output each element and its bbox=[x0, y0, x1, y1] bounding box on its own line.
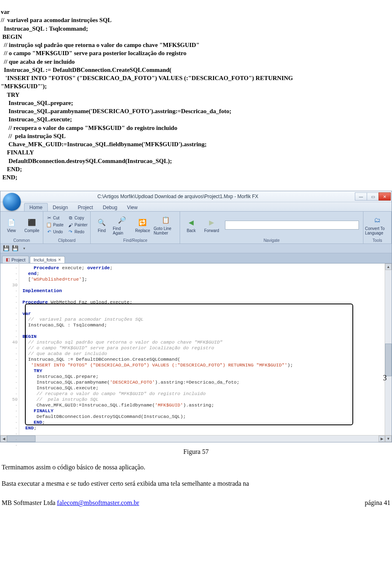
find-again-button[interactable]: 🔎Find Again bbox=[113, 215, 131, 235]
tab-project[interactable]: Project bbox=[73, 203, 98, 211]
goto-line-button[interactable]: 📋Goto Line Number bbox=[154, 215, 178, 235]
app-orb-button[interactable] bbox=[3, 193, 21, 211]
footer-email-link[interactable]: falecom@mbsoftmaster.com.br bbox=[57, 499, 139, 506]
titlebar: C:\Artigos Morfik\Updload Download de ar… bbox=[0, 191, 392, 202]
paste-button[interactable]: 📋Paste bbox=[45, 222, 65, 228]
view-label: View bbox=[7, 228, 16, 233]
close-button[interactable]: ✕ bbox=[379, 192, 391, 201]
tab-design[interactable]: Design bbox=[48, 203, 73, 211]
footer-left: MB Softmaster Ltda falecom@mbsoftmaster.… bbox=[2, 499, 139, 507]
tab-debug[interactable]: Debug bbox=[98, 203, 122, 211]
project-tab-icon: ◧ bbox=[6, 257, 10, 262]
back-icon: ◀ bbox=[186, 217, 196, 228]
doc-tab-inclui-fotos[interactable]: Inclui_fotos ✕ bbox=[30, 256, 65, 263]
find-again-icon: 🔎 bbox=[117, 215, 127, 226]
horizontal-scrollbar[interactable]: ◀ ▶ ▼ bbox=[0, 435, 392, 442]
convert-language-button[interactable]: 🗂Convert To Language bbox=[365, 215, 390, 235]
painter-button[interactable]: 🖌Painter bbox=[67, 222, 89, 228]
quick-access-toolbar: 💾 💾 ▾ bbox=[0, 244, 392, 253]
scroll-left-icon[interactable]: ◀ bbox=[0, 435, 7, 442]
navigate-url-field[interactable] bbox=[225, 221, 359, 230]
save-icon[interactable]: 💾 bbox=[3, 245, 9, 252]
ribbon-group-clipboard: ✂Cut 📋Paste ↶Undo ⧉Copy 🖌Painter ↷Redo C… bbox=[43, 212, 91, 243]
forward-icon: ▶ bbox=[206, 217, 217, 228]
redo-button[interactable]: ↷Redo bbox=[67, 229, 89, 235]
undo-icon: ↶ bbox=[46, 229, 52, 235]
document-tabs: ◧ Project Inclui_fotos ✕ bbox=[0, 253, 392, 263]
group-label-tools: Tools bbox=[365, 237, 390, 243]
compile-label: Compile bbox=[24, 228, 40, 233]
view-button[interactable]: 📄 View bbox=[2, 217, 21, 233]
window-controls: — ▭ ✕ bbox=[355, 192, 391, 201]
goto-icon: 📋 bbox=[160, 215, 171, 226]
maximize-button[interactable]: ▭ bbox=[367, 192, 379, 201]
group-label-findreplace: Find/Replace bbox=[92, 237, 178, 243]
ribbon-group-findreplace: 🔍Find 🔎Find Again 🔁Replace 📋Goto Line Nu… bbox=[91, 212, 180, 243]
undo-button[interactable]: ↶Undo bbox=[45, 229, 65, 235]
ribbon-group-tools: 🗂Convert To Language Tools bbox=[363, 212, 392, 243]
ribbon-tabs: Home Design Project Debug View bbox=[0, 202, 392, 211]
vertical-scrollbar[interactable]: ▲ bbox=[385, 263, 392, 435]
minimize-button[interactable]: — bbox=[355, 192, 367, 201]
code-pane[interactable]: Procedure execute; override; end; ['WSPu… bbox=[19, 263, 385, 435]
tab-view[interactable]: View bbox=[122, 203, 143, 211]
compile-button[interactable]: ⬛ Compile bbox=[22, 217, 41, 233]
find-icon: 🔍 bbox=[96, 217, 107, 228]
vscroll-thumb[interactable] bbox=[385, 344, 392, 376]
copy-icon: ⧉ bbox=[68, 215, 74, 221]
replace-icon: 🔁 bbox=[137, 217, 148, 228]
paragraph-1: Terminamos assim o código básico de noss… bbox=[2, 463, 390, 472]
footer-page-number: página 41 bbox=[365, 499, 390, 507]
ribbon-group-common: 📄 View ⬛ Compile Common bbox=[0, 212, 43, 243]
cube-icon: ⬛ bbox=[27, 217, 37, 228]
find-button[interactable]: 🔍Find bbox=[92, 217, 111, 233]
ribbon-group-navigate: ◀Back ▶Forward Navigate bbox=[180, 212, 363, 243]
document-icon: 📄 bbox=[6, 217, 17, 228]
tab-close-icon[interactable]: ✕ bbox=[58, 258, 61, 262]
clipboard-icon: 📋 bbox=[46, 222, 52, 228]
tab-home[interactable]: Home bbox=[24, 203, 48, 211]
doc-tab-project[interactable]: ◧ Project bbox=[2, 256, 29, 263]
brush-icon: 🖌 bbox=[68, 222, 74, 228]
scissors-icon: ✂ bbox=[46, 215, 52, 221]
redo-icon: ↷ bbox=[68, 229, 74, 235]
window-title: C:\Artigos Morfik\Updload Download de ar… bbox=[0, 194, 355, 199]
qat-dropdown-icon[interactable]: ▾ bbox=[21, 245, 27, 252]
line-gutter: · · · 30 · · · · · · · · · 40 · · · · · … bbox=[0, 263, 19, 435]
save-all-icon[interactable]: 💾 bbox=[12, 245, 18, 252]
figure-caption: Figura 57 bbox=[0, 448, 392, 455]
scroll-right-icon[interactable]: ▶ bbox=[379, 435, 385, 442]
callout-number: 3 bbox=[383, 374, 387, 382]
scroll-up-icon[interactable]: ▲ bbox=[385, 263, 392, 270]
ribbon: 📄 View ⬛ Compile Common ✂Cut 📋Paste ↶Und… bbox=[0, 211, 392, 244]
code-editor[interactable]: · · · 30 · · · · · · · · · 40 · · · · · … bbox=[0, 263, 392, 435]
forward-button[interactable]: ▶Forward bbox=[202, 217, 221, 233]
back-button[interactable]: ◀Back bbox=[182, 217, 200, 233]
hscroll-thumb[interactable] bbox=[7, 435, 36, 442]
ide-window: C:\Artigos Morfik\Updload Download de ar… bbox=[0, 191, 392, 442]
code-listing-top: var // variavel para acomodar instruções… bbox=[0, 6, 392, 185]
group-label-navigate: Navigate bbox=[182, 237, 361, 243]
scroll-down-icon[interactable]: ▼ bbox=[385, 435, 392, 442]
convert-icon: 🗂 bbox=[372, 215, 383, 226]
replace-button[interactable]: 🔁Replace bbox=[133, 217, 152, 233]
paragraph-2: Basta executar a mesma e se tudo estiver… bbox=[2, 479, 390, 488]
group-label-clipboard: Clipboard bbox=[45, 237, 89, 243]
copy-button[interactable]: ⧉Copy bbox=[67, 215, 89, 221]
page-footer: MB Softmaster Ltda falecom@mbsoftmaster.… bbox=[2, 499, 390, 507]
cut-button[interactable]: ✂Cut bbox=[45, 215, 65, 221]
group-label-common: Common bbox=[2, 237, 41, 243]
